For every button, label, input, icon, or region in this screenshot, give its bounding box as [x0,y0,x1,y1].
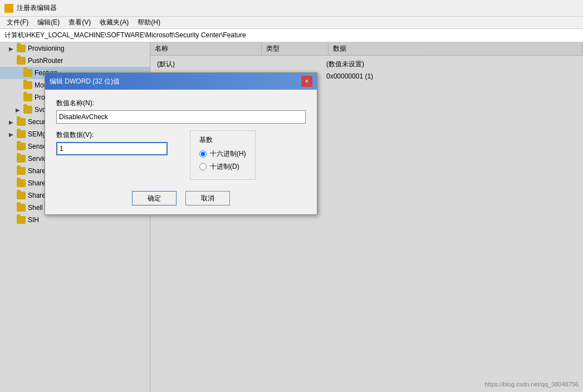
menu-favorites[interactable]: 收藏夹(A) [95,17,133,28]
breadcrumb: 计算机\HKEY_LOCAL_MACHINE\SOFTWARE\Microsof… [0,29,583,42]
radio-hex-input[interactable] [199,150,207,158]
value-name-label: 数值名称(N): [56,99,306,108]
radio-dec-text: 十进制(D) [210,162,239,171]
breadcrumb-path: 计算机\HKEY_LOCAL_MACHINE\SOFTWARE\Microsof… [4,31,246,40]
menu-help[interactable]: 帮助(H) [133,17,165,28]
radio-dec-input[interactable] [199,163,207,170]
menu-edit[interactable]: 编辑(E) [33,17,64,28]
base-label: 基数 [199,135,246,145]
ok-button[interactable]: 确定 [132,191,177,205]
value-data-row: 数值数据(V): 基数 十六进制(H) 十进制(D) [56,130,306,180]
dialog-body: 数值名称(N): 数值数据(V): 基数 十六进制(H) 十进制(D) [45,90,317,187]
dialog-title-text: 编辑 DWORD (32 位)值 [50,77,120,86]
value-name-input[interactable] [56,110,306,124]
radio-dec-label[interactable]: 十进制(D) [199,162,246,171]
title-bar: 注册表编辑器 [0,0,583,17]
app-icon [4,4,13,13]
dialog-buttons: 确定 取消 [45,187,317,214]
edit-dword-dialog: 编辑 DWORD (32 位)值 × 数值名称(N): 数值数据(V): 基数 … [45,72,317,215]
menu-view[interactable]: 查看(V) [64,17,95,28]
menu-file[interactable]: 文件(F) [2,17,33,28]
value-data-label: 数值数据(V): [56,130,168,140]
radio-hex-text: 十六进制(H) [210,149,246,159]
dialog-close-button[interactable]: × [301,76,312,87]
cancel-button[interactable]: 取消 [185,191,230,205]
menu-bar: 文件(F) 编辑(E) 查看(V) 收藏夹(A) 帮助(H) [0,17,583,29]
value-data-group: 数值数据(V): [56,130,168,173]
value-data-input[interactable] [56,142,168,155]
base-radio-group: 基数 十六进制(H) 十进制(D) [190,130,256,180]
title-bar-text: 注册表编辑器 [17,3,57,13]
dialog-title-bar: 编辑 DWORD (32 位)值 × [45,73,317,90]
radio-hex-label[interactable]: 十六进制(H) [199,149,246,159]
value-name-group: 数值名称(N): [56,99,306,124]
